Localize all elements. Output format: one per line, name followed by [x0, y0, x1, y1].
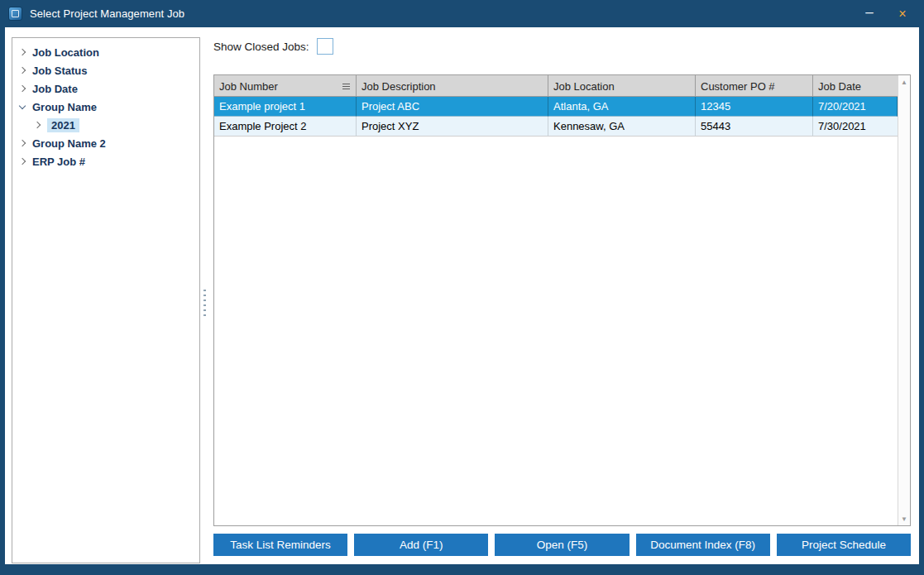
dialog-window: Select Project Management Job – × Job Lo…: [0, 0, 924, 575]
tree-item-label: Group Name: [32, 101, 97, 113]
document-index-button[interactable]: Document Index (F8): [636, 534, 770, 556]
column-header-label: Job Date: [818, 80, 861, 93]
project-schedule-button[interactable]: Project Schedule: [777, 534, 911, 556]
tree-item-label: Job Location: [32, 46, 99, 59]
tree-item-2021[interactable]: 2021: [12, 116, 199, 134]
cell-customer-po: 12345: [696, 97, 813, 117]
cell-job-location: Kennesaw, GA: [548, 117, 696, 137]
add-button[interactable]: Add (F1): [354, 534, 488, 556]
minimize-button[interactable]: –: [853, 0, 886, 27]
chevron-right-icon: [19, 158, 26, 165]
filter-tree-panel: Job Location Job Status Job Date Group N…: [12, 37, 200, 563]
cell-job-number: Example project 1: [214, 97, 357, 117]
tree-item-job-status[interactable]: Job Status: [12, 61, 199, 79]
grid-header-row: Job Number Job Description Job Location …: [214, 75, 898, 97]
tree-item-label: ERP Job #: [32, 156, 85, 168]
cell-job-description: Project XYZ: [357, 117, 548, 137]
task-list-reminders-button[interactable]: Task List Reminders: [213, 534, 347, 556]
cell-job-date: 7/30/2021: [813, 117, 898, 137]
titlebar-controls: – ×: [853, 0, 924, 27]
table-row[interactable]: Example Project 2 Project XYZ Kennesaw, …: [214, 117, 898, 137]
tree-item-label: Group Name 2: [32, 137, 106, 150]
scroll-up-icon[interactable]: ▲: [898, 75, 910, 89]
show-closed-jobs-label: Show Closed Jobs:: [213, 41, 309, 53]
tree-item-group-name[interactable]: Group Name: [12, 98, 199, 116]
dialog-content: Job Location Job Status Job Date Group N…: [5, 27, 919, 564]
chevron-right-icon: [19, 67, 26, 74]
column-header-job-date[interactable]: Job Date: [813, 75, 898, 97]
tree-item-group-name-2[interactable]: Group Name 2: [12, 134, 199, 152]
cell-job-date: 7/20/2021: [813, 97, 898, 117]
chevron-right-icon: [34, 122, 41, 128]
column-header-job-number[interactable]: Job Number: [214, 75, 357, 97]
app-icon: [8, 7, 22, 21]
cell-customer-po: 55443: [696, 117, 813, 137]
close-button[interactable]: ×: [886, 0, 919, 27]
column-header-label: Job Description: [361, 80, 436, 93]
splitter-handle[interactable]: [203, 290, 206, 316]
chevron-down-icon: [19, 103, 26, 109]
grid-empty-area: [214, 137, 898, 525]
cell-job-description: Project ABC: [357, 97, 548, 117]
jobs-grid-table: Job Number Job Description Job Location …: [214, 75, 898, 525]
jobs-grid: Job Number Job Description Job Location …: [213, 74, 911, 526]
table-row[interactable]: Example project 1 Project ABC Atlanta, G…: [214, 97, 898, 117]
window-title: Select Project Management Job: [30, 7, 184, 20]
show-closed-jobs-checkbox[interactable]: [317, 38, 333, 55]
grid-scrollbar[interactable]: ▲ ▼: [898, 75, 910, 525]
chevron-right-icon: [19, 85, 26, 92]
column-header-label: Customer PO #: [701, 80, 775, 93]
column-header-label: Job Number: [219, 80, 278, 93]
tree-item-label: Job Date: [32, 83, 78, 95]
action-button-row: Task List Reminders Add (F1) Open (F5) D…: [213, 534, 911, 556]
column-header-job-description[interactable]: Job Description: [357, 75, 548, 97]
sort-ascending-icon: [342, 84, 350, 89]
tree-item-label: Job Status: [32, 65, 87, 77]
tree-item-job-date[interactable]: Job Date: [12, 79, 199, 98]
column-header-job-location[interactable]: Job Location: [548, 75, 696, 97]
chevron-right-icon: [19, 49, 26, 55]
tree-item-erp-job[interactable]: ERP Job #: [12, 152, 199, 170]
filter-row: Show Closed Jobs:: [213, 38, 333, 55]
title-bar: Select Project Management Job – ×: [0, 0, 924, 27]
chevron-right-icon: [19, 140, 26, 146]
tree-item-label: 2021: [47, 118, 79, 132]
tree-item-job-location[interactable]: Job Location: [12, 43, 199, 61]
column-header-customer-po[interactable]: Customer PO #: [696, 75, 813, 97]
open-button[interactable]: Open (F5): [495, 534, 629, 556]
cell-job-number: Example Project 2: [214, 117, 357, 137]
scroll-down-icon[interactable]: ▼: [898, 512, 910, 525]
cell-job-location: Atlanta, GA: [548, 97, 696, 117]
column-header-label: Job Location: [553, 80, 615, 93]
